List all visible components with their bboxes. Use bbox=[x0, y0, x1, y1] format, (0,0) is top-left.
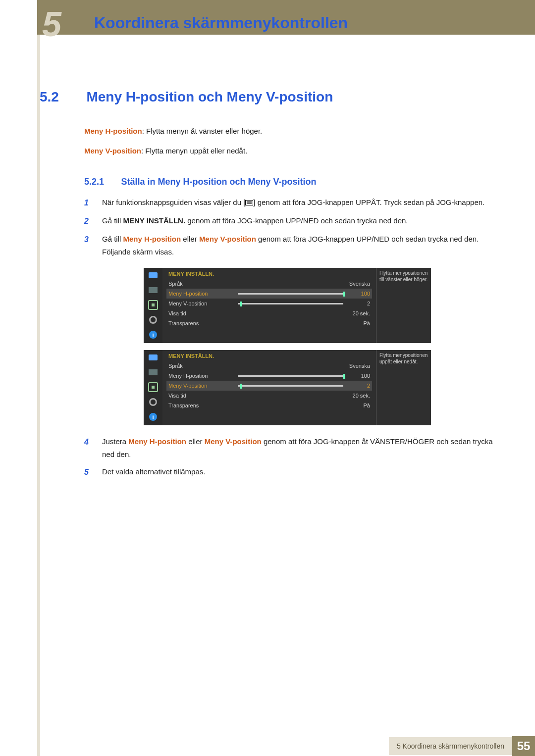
osd-label: Visa tid bbox=[168, 393, 238, 399]
osd-slider bbox=[238, 375, 343, 377]
intro-h-label: Meny H-position bbox=[84, 127, 142, 135]
step-4-c: eller bbox=[186, 437, 205, 446]
osd-label: Visa tid bbox=[168, 310, 238, 316]
section-intro: Meny H-position: Flytta menyn åt vänster… bbox=[84, 125, 500, 157]
osd-tooltip: Flytta menypositionen uppåt eller nedåt. bbox=[376, 350, 431, 425]
step-number: 5 bbox=[84, 465, 102, 479]
meny-h: Meny H-position bbox=[128, 437, 186, 446]
section-heading: 5.2 Meny H-position och Meny V-position bbox=[40, 89, 500, 105]
osd-value: 2 bbox=[343, 383, 370, 389]
osd-row-sprak: Språk Svenska bbox=[166, 361, 372, 371]
osd-label: Meny H-position bbox=[168, 291, 238, 297]
step-text: När funktionsknappsguiden visas väljer d… bbox=[102, 196, 500, 209]
content: 5.2 Meny H-position och Meny V-position … bbox=[40, 89, 500, 484]
osd-slider bbox=[238, 303, 343, 304]
osd-label: Transparens bbox=[168, 403, 238, 408]
osd-row-trans: Transparens På bbox=[166, 401, 372, 410]
step-number: 2 bbox=[84, 214, 102, 228]
page: 5 Koordinera skärmmenykontrollen 5.2 Men… bbox=[0, 0, 535, 756]
osd-label: Meny V-position bbox=[168, 301, 238, 306]
pip-icon bbox=[148, 368, 159, 377]
osd-label: Språk bbox=[168, 281, 238, 287]
osd-row-v: Meny V-position 2 bbox=[166, 299, 372, 308]
page-title: Koordinera skärmmenykontrollen bbox=[94, 14, 348, 32]
osd-row-h: Meny H-position 100 bbox=[166, 371, 372, 381]
setup-icon bbox=[148, 301, 159, 309]
gear-icon bbox=[148, 315, 159, 324]
osd-row-trans: Transparens På bbox=[166, 318, 372, 328]
menu-icon bbox=[245, 200, 253, 205]
osd-panel-v: i MENY INSTÄLLN. Språk Svenska Meny H-po… bbox=[144, 350, 431, 425]
osd-figures: i MENY INSTÄLLN. Språk Svenska Meny H-po… bbox=[144, 268, 500, 425]
meny-installn: MENY INSTÄLLN. bbox=[123, 216, 186, 225]
step-3-a: Gå till bbox=[102, 235, 123, 243]
osd-value: På bbox=[343, 320, 370, 326]
osd-value: 2 bbox=[343, 301, 370, 306]
step-2: 2 Gå till MENY INSTÄLLN. genom att föra … bbox=[84, 214, 500, 228]
footer-chapter-label: 5 Koordinera skärmmenykontrollen bbox=[389, 737, 512, 755]
step-number: 3 bbox=[84, 233, 102, 258]
osd-main: MENY INSTÄLLN. Språk Svenska Meny H-posi… bbox=[162, 350, 376, 425]
osd-title: MENY INSTÄLLN. bbox=[168, 271, 372, 277]
osd-value: Svenska bbox=[343, 281, 370, 287]
intro-h-text: : Flytta menyn åt vänster eller höger. bbox=[142, 127, 263, 135]
osd-panel-h: i MENY INSTÄLLN. Språk Svenska Meny H-po… bbox=[144, 268, 431, 343]
meny-v: Meny V-position bbox=[205, 437, 262, 446]
osd-label: Meny V-position bbox=[168, 383, 238, 389]
osd-sidebar: i bbox=[144, 268, 162, 343]
info-icon: i bbox=[148, 330, 159, 339]
step-5: 5 Det valda alternativet tillämpas. bbox=[84, 465, 500, 479]
osd-sidebar: i bbox=[144, 350, 162, 425]
osd-slider bbox=[238, 293, 343, 295]
osd-label: Transparens bbox=[168, 320, 238, 326]
step-4: 4 Justera Meny H-position eller Meny V-p… bbox=[84, 435, 500, 460]
section-title: Meny H-position och Meny V-position bbox=[86, 89, 333, 105]
osd-label: Meny H-position bbox=[168, 373, 238, 379]
osd-main: MENY INSTÄLLN. Språk Svenska Meny H-posi… bbox=[162, 268, 376, 343]
intro-h: Meny H-position: Flytta menyn åt vänster… bbox=[84, 125, 500, 138]
intro-v-label: Meny V-position bbox=[84, 147, 141, 155]
gear-icon bbox=[148, 398, 159, 406]
meny-h: Meny H-position bbox=[123, 235, 181, 243]
osd-row-h-selected: Meny H-position 100 bbox=[166, 289, 372, 299]
meny-v: Meny V-position bbox=[199, 235, 256, 243]
step-number: 4 bbox=[84, 435, 102, 460]
info-icon: i bbox=[148, 412, 159, 421]
section-number: 5.2 bbox=[40, 89, 84, 105]
setup-icon bbox=[148, 383, 159, 392]
osd-row-visa: Visa tid 20 sek. bbox=[166, 391, 372, 401]
osd-value: På bbox=[343, 403, 370, 408]
step-2-a: Gå till bbox=[102, 216, 123, 225]
subsection-number: 5.2.1 bbox=[84, 177, 119, 187]
step-3-c: eller bbox=[181, 235, 199, 243]
chapter-number: 5 bbox=[42, 9, 82, 39]
osd-row-visa: Visa tid 20 sek. bbox=[166, 308, 372, 318]
picture-icon bbox=[148, 271, 159, 280]
step-text: Gå till Meny H-position eller Meny V-pos… bbox=[102, 233, 500, 258]
step-2-c: genom att föra JOG-knappen UPP/NED och s… bbox=[185, 216, 408, 225]
osd-title: MENY INSTÄLLN. bbox=[168, 353, 372, 359]
footer: 5 Koordinera skärmmenykontrollen 55 bbox=[37, 736, 535, 756]
osd-value: Svenska bbox=[343, 363, 370, 369]
step-text: Justera Meny H-position eller Meny V-pos… bbox=[102, 435, 500, 460]
picture-icon bbox=[148, 353, 159, 362]
subsection-heading: 5.2.1 Ställa in Meny H-position och Meny… bbox=[84, 177, 500, 187]
subsection-title: Ställa in Meny H-position och Meny V-pos… bbox=[121, 177, 316, 187]
pip-icon bbox=[148, 286, 159, 295]
step-text: Gå till MENY INSTÄLLN. genom att föra JO… bbox=[102, 214, 500, 228]
step-3: 3 Gå till Meny H-position eller Meny V-p… bbox=[84, 233, 500, 258]
intro-v-text: : Flytta menyn uppåt eller nedåt. bbox=[141, 147, 247, 155]
step-4-a: Justera bbox=[102, 437, 128, 446]
steps-list: 1 När funktionsknappsguiden visas väljer… bbox=[84, 196, 500, 258]
step-1-a: När funktionsknappsguiden visas väljer d… bbox=[102, 198, 245, 206]
osd-slider bbox=[238, 385, 343, 387]
step-1: 1 När funktionsknappsguiden visas väljer… bbox=[84, 196, 500, 209]
osd-row-v-selected: Meny V-position 2 bbox=[166, 381, 372, 391]
step-1-b: ] genom att föra JOG-knappen UPPÅT. Tryc… bbox=[253, 198, 484, 206]
step-number: 1 bbox=[84, 196, 102, 209]
osd-value: 20 sek. bbox=[343, 310, 370, 316]
page-number: 55 bbox=[512, 736, 535, 756]
osd-value: 100 bbox=[343, 291, 370, 297]
osd-tooltip: Flytta menypositionen till vänster eller… bbox=[376, 268, 431, 343]
step-text: Det valda alternativet tillämpas. bbox=[102, 465, 500, 479]
